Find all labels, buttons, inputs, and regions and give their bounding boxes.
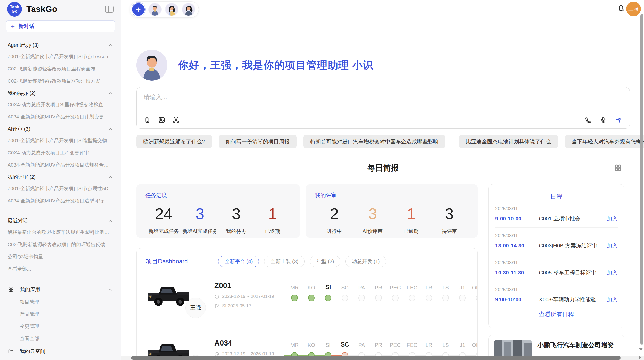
schedule-event: 2025/03/11 9:00-10:00 X003-车辆动力学性能验... 加… <box>495 281 618 308</box>
chevron-up-icon[interactable] <box>108 42 113 48</box>
sidebar-item-favorites[interactable]: 我的收藏 <box>0 358 121 360</box>
milestone-dot-oktb[interactable]: OKTB <box>476 295 478 301</box>
milestone-dot-ko[interactable]: KO <box>308 295 315 301</box>
milestone-dot-j1[interactable]: J1 <box>459 295 466 301</box>
greeting-text: 你好，王强，我是你的项目管理助理 小识 <box>178 58 373 72</box>
filter-powertrain[interactable]: 动总开发 (1) <box>345 256 386 267</box>
app-item-project-mgmt[interactable]: 项目管理 <box>0 296 121 308</box>
sidebar-item-my-apps[interactable]: 我的应用 <box>0 283 121 296</box>
milestone-dot-lr[interactable]: LR <box>426 295 432 301</box>
milestone-segment <box>399 298 409 298</box>
chevron-up-icon[interactable] <box>108 91 113 96</box>
phone-call-icon[interactable] <box>584 116 592 124</box>
filter-year-model[interactable]: 年型 (2) <box>310 256 340 267</box>
main-content: 你好，王强，我是你的项目管理助理 小识 <box>136 0 630 360</box>
section-ai-review[interactable]: AI评审 (3) <box>0 123 121 134</box>
view-all-chats[interactable]: 查看全部... <box>0 263 121 275</box>
scroll-right-arrow[interactable] <box>639 356 641 359</box>
scissors-icon[interactable] <box>172 116 180 124</box>
briefing-left-column: 任务进度 24 新增完成任务 3 新增AI完成任务 3 <box>136 184 478 360</box>
flag-icon <box>214 304 219 309</box>
join-link[interactable]: 加入 <box>607 242 618 249</box>
layout-grid-icon[interactable] <box>614 164 622 171</box>
list-item[interactable]: Z001-全新燃油轻卡产品开发项目SI节点属性5D文件评审 <box>0 183 121 195</box>
list-item[interactable]: 解释最新出台的欧盟报废车法规再生塑料比例被调至15%... <box>0 226 121 238</box>
attachment-icon[interactable] <box>144 116 151 124</box>
milestone-label: PA <box>358 342 365 348</box>
milestone-label: SI <box>326 342 331 348</box>
milestone-label: FEC <box>407 342 417 348</box>
event-title: X003-车辆动力学性能验... <box>539 296 607 303</box>
section-recent-chats[interactable]: 最近对话 <box>0 215 121 226</box>
new-chat-button[interactable]: + 新对话 <box>6 20 115 32</box>
milestone-label: OKTB <box>472 284 478 291</box>
join-link[interactable]: 加入 <box>607 296 618 303</box>
suggestion-chip[interactable]: 特朗普可能对进口汽车增税会对中国车企造成哪些影响 <box>303 135 445 148</box>
suggestion-chip[interactable]: 当下年轻人对汽车外观有怎样的喜好趋势 <box>565 135 644 148</box>
project-flag-milestone: SI-2025-05-17 <box>214 303 284 309</box>
logo-text-top: Task <box>10 5 19 9</box>
milestone-label: J1 <box>460 284 465 291</box>
milestone-dot-mr[interactable]: MR <box>291 295 298 301</box>
image-icon[interactable] <box>158 116 166 124</box>
suggestion-chip[interactable]: 如何写一份清晰的项目周报 <box>219 135 297 148</box>
sidebar-collapse-icon[interactable] <box>105 6 114 13</box>
section-my-review[interactable]: 我的评审 (2) <box>0 171 121 183</box>
input-actions <box>144 116 622 124</box>
filter-new-platform[interactable]: 全新平台 (4) <box>218 256 259 267</box>
send-icon[interactable] <box>615 116 622 124</box>
milestone-label: FEC <box>407 284 417 291</box>
milestone-dot-pa[interactable]: PA <box>358 295 365 301</box>
filter-new-body[interactable]: 全新上装 (3) <box>264 256 305 267</box>
greeting-block: 你好，王强，我是你的项目管理助理 小识 <box>136 50 630 81</box>
chat-input[interactable] <box>144 94 622 101</box>
list-item[interactable]: A034-全新新能源MUV产品开发项目造型可行性评审 <box>0 195 121 207</box>
event-title: C005-整车工程目标评审 <box>539 269 607 276</box>
microphone-icon[interactable] <box>599 116 607 124</box>
stat-overdue: 1 已逾期 <box>254 204 291 235</box>
list-item[interactable]: C02-飞腾新能源轻客改款项目的闭环通告反馈情况 <box>0 238 121 251</box>
milestone-dot-pr[interactable]: PR <box>375 295 382 301</box>
join-link[interactable]: 加入 <box>607 215 618 222</box>
milestone-dot-si[interactable]: SI <box>325 295 331 301</box>
card-title: 我的评审 <box>315 192 469 199</box>
milestone-dot-fec[interactable]: FEC <box>409 295 415 301</box>
scroll-down-arrow[interactable] <box>639 348 643 351</box>
project-dashboard-card: 项目Dashboard 全新平台 (4) 全新上装 (3) 年型 (2) 动总开… <box>136 248 478 360</box>
milestone-label: MR <box>290 342 299 348</box>
section-my-todo[interactable]: 我的待办 (2) <box>0 87 121 99</box>
list-item[interactable]: C02-飞腾新能源轻客改款项目里程碑画布 <box>0 63 121 75</box>
milestone-dot-ls[interactable]: LS <box>442 295 449 301</box>
app-item-product-mgmt[interactable]: 产品管理 <box>0 308 121 320</box>
list-item[interactable]: 公司Q3轻卡销量 <box>0 251 121 263</box>
list-item[interactable]: C0X4-动力总成开发项目SI里程碑提交物检查 <box>0 99 121 111</box>
view-all-schedule-link[interactable]: 查看所有日程 <box>495 308 618 318</box>
sidebar-item-cloud-space[interactable]: 我的云空间 <box>0 345 121 358</box>
apps-grid-icon <box>8 286 14 293</box>
milestone-dot-sc[interactable]: SC <box>342 295 348 301</box>
join-link[interactable]: 加入 <box>607 269 618 276</box>
chevron-up-icon[interactable] <box>108 126 113 132</box>
list-item[interactable]: A034-全新新能源MUV产品开发项目计划变更表编写 <box>0 111 121 123</box>
chevron-up-icon[interactable] <box>108 287 113 292</box>
list-item[interactable]: Z001-全新燃油轻卡产品开发项目SI造型提交物评审 <box>0 134 121 147</box>
event-title: C001-立项审批会 <box>539 215 607 222</box>
suggestion-chip[interactable]: 比亚迪全固态电池计划具体说了什么 <box>459 135 558 148</box>
horizontal-scrollbar[interactable] <box>131 356 621 360</box>
project-row[interactable]: 王强 Z001 2023-12-19 ~ 2027-01-19 SI-2025-… <box>137 279 477 325</box>
list-item[interactable]: C02-飞腾新能源轻客改款项目立项汇报方案 <box>0 75 121 87</box>
list-item[interactable]: A034-全新新能源MUV产品开发项目法规符合性评审 <box>0 159 121 171</box>
milestone-label: OKTB <box>472 342 478 348</box>
list-item[interactable]: C0X4-动力总成开发项目工程变更评审 <box>0 147 121 159</box>
chevron-up-icon[interactable] <box>108 218 113 224</box>
milestone-segment <box>348 298 358 298</box>
suggestion-chip[interactable]: 欧洲新规最近颁布了什么? <box>136 135 212 148</box>
chevron-up-icon[interactable] <box>108 174 113 180</box>
list-item[interactable]: Z001-全新燃油皮卡产品开发项目SI节点Lesson Learn报告 <box>0 51 121 63</box>
vertical-scrollbar[interactable] <box>640 14 643 345</box>
view-all-apps[interactable]: 查看全部... <box>0 333 121 345</box>
milestone-dot-pec[interactable]: PEC <box>392 295 399 301</box>
app-item-change-mgmt[interactable]: 变更管理 <box>0 320 121 333</box>
milestone-segment <box>382 298 392 298</box>
section-agent-done[interactable]: Agent已办 (3) <box>0 39 121 51</box>
